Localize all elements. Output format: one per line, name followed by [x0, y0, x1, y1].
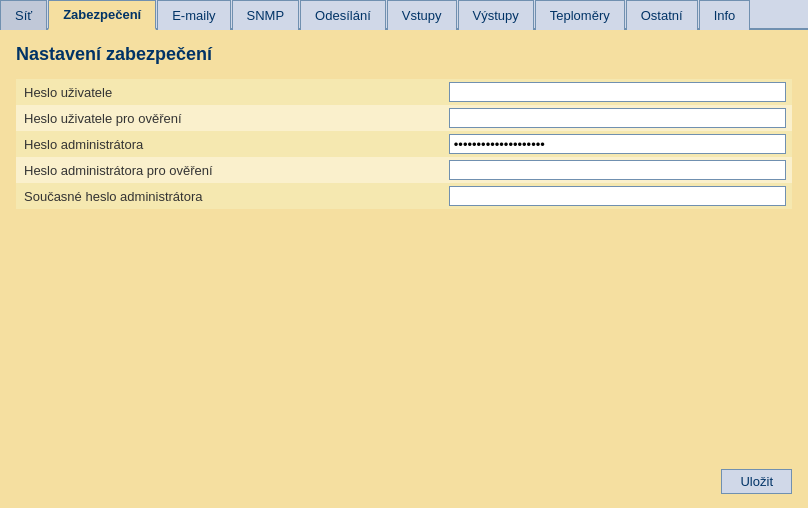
- label-soucasne-heslo: Současné heslo administrátora: [16, 183, 443, 209]
- heslo-administratora-input[interactable]: [449, 134, 786, 154]
- tab-teplomery[interactable]: Teploměry: [535, 0, 625, 30]
- form-row: Heslo administrátora: [16, 131, 792, 157]
- save-button[interactable]: Uložit: [721, 469, 792, 494]
- form-row: Heslo uživatele: [16, 79, 792, 105]
- form-row: Současné heslo administrátora: [16, 183, 792, 209]
- tab-ostatni[interactable]: Ostatní: [626, 0, 698, 30]
- label-heslo-uzivatele-overeni: Heslo uživatele pro ověření: [16, 105, 443, 131]
- heslo-uzivatele-input[interactable]: [449, 82, 786, 102]
- tab-sit[interactable]: Síť: [0, 0, 47, 30]
- tab-zabezpeceni[interactable]: Zabezpečení: [48, 0, 156, 30]
- form-row: Heslo administrátora pro ověření: [16, 157, 792, 183]
- tab-vstupy[interactable]: Vstupy: [387, 0, 457, 30]
- tab-odesilani[interactable]: Odesílání: [300, 0, 386, 30]
- main-content: Nastavení zabezpečení Heslo uživatele He…: [0, 30, 808, 508]
- heslo-uzivatele-overeni-input[interactable]: [449, 108, 786, 128]
- input-cell-soucasne-heslo: [443, 183, 792, 209]
- tabs-bar: Síť Zabezpečení E-maily SNMP Odesílání V…: [0, 0, 808, 30]
- heslo-administratora-overeni-input[interactable]: [449, 160, 786, 180]
- label-heslo-administratora: Heslo administrátora: [16, 131, 443, 157]
- tab-vystupy[interactable]: Výstupy: [458, 0, 534, 30]
- label-heslo-administratora-overeni: Heslo administrátora pro ověření: [16, 157, 443, 183]
- tab-emaily[interactable]: E-maily: [157, 0, 230, 30]
- label-heslo-uzivatele: Heslo uživatele: [16, 79, 443, 105]
- soucasne-heslo-input[interactable]: [449, 186, 786, 206]
- input-cell-heslo-administratora-overeni: [443, 157, 792, 183]
- tab-snmp[interactable]: SNMP: [232, 0, 300, 30]
- form-table: Heslo uživatele Heslo uživatele pro ověř…: [16, 79, 792, 209]
- input-cell-heslo-uzivatele: [443, 79, 792, 105]
- page-title: Nastavení zabezpečení: [16, 44, 792, 65]
- form-row: Heslo uživatele pro ověření: [16, 105, 792, 131]
- tab-info[interactable]: Info: [699, 0, 751, 30]
- input-cell-heslo-uzivatele-overeni: [443, 105, 792, 131]
- input-cell-heslo-administratora: [443, 131, 792, 157]
